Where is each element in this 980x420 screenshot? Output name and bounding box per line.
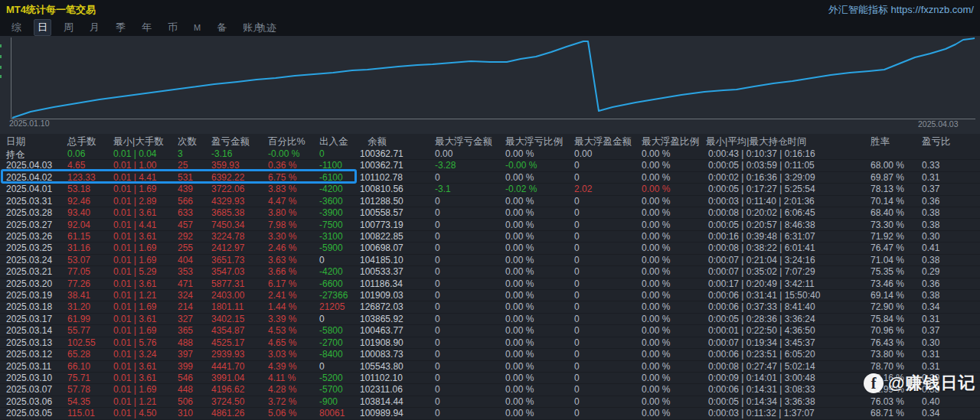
cell-lots: 4.65 [67,160,85,171]
cell-inout: -5800 [319,325,343,336]
tab-综[interactable]: 综 [8,19,25,36]
table-row[interactable]: 2025.03.2531.160.01 | 1.692552412.972.46… [0,242,980,254]
chart-start-date: 2025.01.10 [9,119,50,128]
cell-bal: 101102.10 [360,373,403,383]
table-row[interactable]: 2025.04.0153.180.01 | 1.694393722.063.83… [0,183,980,195]
table-row[interactable]: 2025.03.2177.050.01 | 5.293533547.033.66… [0,265,980,278]
table-row[interactable]: 2025.03.1455.770.01 | 1.693654354.874.53… [0,324,980,337]
table-row[interactable]: 2025.03.1831.200.01 | 1.692141801.111.44… [0,301,980,313]
table-row[interactable]: 2025.04.02123.330.01 | 4.415316392.226.7… [0,171,980,184]
cell-count: 353 [178,266,193,277]
cell-minmax: 0.01 | 1.69 [113,255,157,265]
edge-tick [0,75,2,78]
cell-mflp: 0.00 % [505,337,534,348]
cell-mfpp: 0.00 % [642,243,670,253]
table-row[interactable]: 2025.03.13102.550.01 | 5.764884525.174.6… [0,337,980,349]
cell-time: 0:00:05 | 0:14:34 | 3:36:38 [708,396,815,407]
cell-ratio: 0.37 [922,325,939,336]
cell-bal: 101908.90 [360,337,403,348]
cell-mflp: 0.00 % [505,196,534,207]
table-row[interactable]: 2025.03.2453.070.01 | 1.694043651.733.63… [0,254,980,266]
cell-mfpp: 0.00 % [642,278,670,289]
cell-time: 0:00:02 | 0:16:36 | 3:29:09 [708,172,815,183]
cell-time: 0:00:06 | 0:31:41 | 15:50:40 [708,290,820,301]
table-row[interactable]: 2025.03.1166.100.01 | 3.613994441.704.39… [0,360,980,373]
cell-pct: 2.46 % [268,243,296,253]
cell-count: 365 [178,325,193,336]
cell-ratio: 0.34 [922,301,939,312]
table-row[interactable]: 2025.03.1265.280.01 | 3.243972939.933.03… [0,348,980,360]
table-row[interactable]: 2025.03.1938.410.01 | 1.213242403.002.41… [0,289,980,301]
cell-date: 2025.04.01 [6,184,52,194]
cell-count: 25 [178,160,188,171]
cell-time: 0:00:05 | 0:28:36 | 3:36:24 [708,314,815,324]
cell-minmax: 0.01 | 1.69 [113,184,157,194]
cell-inout: -900 [319,396,338,407]
cell-win: 75.84 % [871,314,904,324]
cell-lots: 75.71 [67,373,90,383]
cell-mfp: 2.02 [574,184,592,194]
cell-bal: 100822.85 [360,231,403,242]
cell-bal: 100810.56 [360,184,403,194]
table-row[interactable]: 2025.03.2661.150.01 | 3.612923224.783.30… [0,230,980,243]
tab-币[interactable]: 币 [164,19,181,36]
table-row[interactable]: 2025.03.2792.040.01 | 4.414577450.347.98… [0,219,980,231]
brand-link[interactable]: 外汇智能指标 https://fxznzb.com/ [828,3,974,17]
tab-备[interactable]: 备 [213,19,230,36]
cell-mfp: 0 [574,207,580,218]
tab-年[interactable]: 年 [138,19,155,36]
cell-count: 310 [178,408,193,418]
cell-mflp: 0.00 % [505,396,534,407]
cell-pl: 2939.93 [211,349,244,360]
cell-time: 0:00:06 | 0:14:31 | 3:08:33 [708,384,815,395]
cell-mfpp: 0.00 % [642,337,670,348]
cell-time: 0:00:01 | 0:22:50 | 4:36:50 [708,325,815,336]
cell-count: 531 [178,172,193,183]
tab-M[interactable]: M [190,21,204,34]
table-row[interactable]: 2025.03.05115.010.01 | 4.503104861.265.0… [0,407,980,419]
cell-date: 2025.03.24 [6,255,52,265]
cell-minmax: 0.01 | 1.00 [113,160,157,171]
table-row[interactable]: 2025.03.1075.710.01 | 3.615463991.044.11… [0,372,980,384]
cell-ratio: 0.38 [922,290,939,301]
table-row[interactable]: 持仓0.060.01 | 0.043-3.16-0.00 %0100362.71… [0,148,980,160]
table-row[interactable]: 2025.03.0654.350.01 | 1.215063724.503.72… [0,396,980,408]
cell-ratio: 0.36 [922,196,939,207]
titlebar: MT4统计每一笔交易 外汇智能指标 https://fxznzb.com/ 综日… [0,0,980,36]
cell-pl: 3402.15 [211,314,244,324]
table-row[interactable]: 2025.03.2893.400.01 | 3.616333685.383.80… [0,207,980,219]
table-row[interactable]: 2025.04.034.650.01 | 1.0025359.930.36 %-… [0,159,980,171]
column-header-date: 日期 [6,135,25,148]
cell-mflp: 0.00 % [505,243,534,253]
cell-time: 0:00:05 | 0:03:59 | 0:11:05 [708,160,815,171]
cell-mfpp: 0.00 % [642,172,670,183]
column-header-inout: 出入金 [319,135,348,148]
tab-周[interactable]: 周 [60,19,77,36]
table-row[interactable]: 2025.03.3192.460.01 | 2.895664329.934.47… [0,195,980,207]
cell-count: 448 [178,384,193,395]
cell-lots: 57.78 [67,384,90,395]
table-row[interactable]: 2025.03.0757.780.01 | 1.694484196.624.28… [0,383,980,396]
cell-minmax: 0.01 | 3.61 [113,361,157,372]
table-row[interactable]: 2025.03.1761.990.01 | 3.613273402.153.39… [0,313,980,325]
cell-lots: 115.01 [67,408,95,418]
tab-月[interactable]: 月 [86,19,103,36]
cell-pct: 4.47 % [268,196,296,207]
cell-mflp: 0.00 % [505,384,534,395]
cell-bal: 102311.06 [360,384,403,395]
tab-季[interactable]: 季 [112,19,129,36]
cell-time: 0:00:09 | 0:14:01 | 3:00:48 [708,373,815,383]
cell-lots: 54.35 [67,396,90,407]
cell-inout: -6100 [319,172,343,183]
cell-pl: 2412.97 [211,243,244,253]
cell-count: 397 [178,349,193,360]
cell-mfl: 0 [435,349,440,360]
cell-inout: -1100 [319,160,342,171]
cell-pct: 6.17 % [268,278,296,289]
cell-mfpp: 0.00 % [642,325,670,336]
table-row[interactable]: 2025.03.2077.260.01 | 3.614715877.316.17… [0,278,980,290]
cell-pct: 4.65 % [268,337,296,348]
tab-trail[interactable]: 轨迹 [256,21,276,35]
tab-日[interactable]: 日 [34,19,51,36]
cell-ratio: 0.38 [922,255,939,265]
